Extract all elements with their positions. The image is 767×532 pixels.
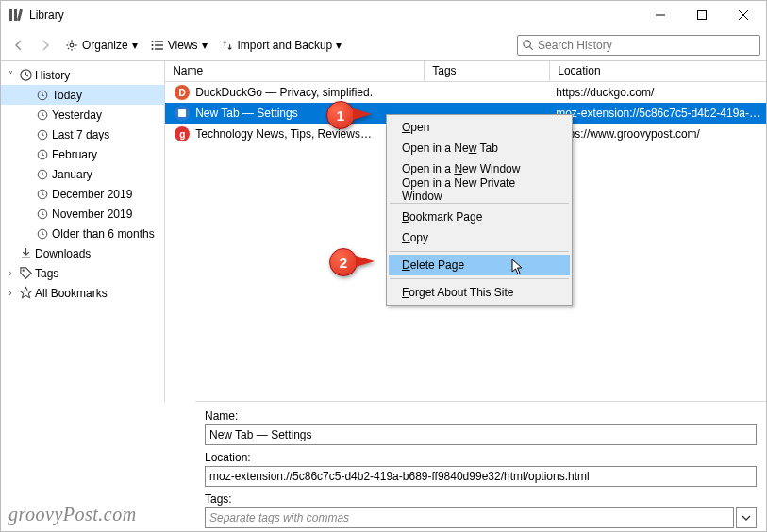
clock-icon [35,226,50,241]
row-location: moz-extension://5c86c7c5-d4b2-419a-… [550,107,766,120]
cm-forget[interactable]: Forget About This Site [389,282,570,303]
sidebar-label: February [52,148,97,161]
column-headers: Name Tags Location [165,61,766,82]
name-label: Name: [205,409,757,423]
separator [390,278,569,279]
history-row[interactable]: DDuckDuckGo — Privacy, simplified. https… [165,82,766,103]
search-history-box[interactable] [517,35,760,56]
body: ˅ History Today Yesterday Last 7 days Fe… [1,61,766,402]
download-icon [18,246,33,261]
sidebar-label: Older than 6 months [52,227,155,241]
sidebar-label: Today [52,89,82,102]
clock-icon [35,167,50,182]
cm-open[interactable]: Open [389,117,570,138]
sidebar-item-february[interactable]: February [1,144,164,164]
chevron-down-icon: ▾ [336,39,342,52]
cm-copy[interactable]: Copy [389,227,570,248]
context-menu: Open Open in a New Tab Open in a New Win… [386,114,573,306]
clock-icon [35,127,50,142]
star-icon [18,286,33,301]
cm-bookmark[interactable]: Bookmark Page [389,207,570,227]
toolbar: Organize ▾ Views ▾ Import and Backup ▾ [1,29,766,61]
svg-rect-0 [9,9,12,21]
sidebar-item-nov2019[interactable]: November 2019 [1,204,164,224]
sidebar-label: Tags [35,267,58,280]
column-location[interactable]: Location [550,61,766,81]
column-name[interactable]: Name [165,61,425,81]
favicon: g [175,126,190,141]
svg-line-14 [75,41,75,42]
organize-menu[interactable]: Organize ▾ [59,33,143,58]
sidebar-item-yesterday[interactable]: Yesterday [1,105,164,125]
sidebar-item-january[interactable]: January [1,164,164,184]
sidebar-item-dec2019[interactable]: December 2019 [1,184,164,204]
gear-icon [65,39,78,52]
cm-delete-page[interactable]: Delete Page [389,255,570,275]
import-backup-menu[interactable]: Import and Backup ▾ [215,33,348,58]
column-tags[interactable]: Tags [425,61,550,81]
svg-point-20 [151,44,153,46]
sidebar-item-downloads[interactable]: Downloads [1,243,164,263]
svg-point-19 [151,41,153,42]
details-panel: Name: Location: Tags: [195,401,766,531]
sidebar-item-all-bookmarks[interactable]: › All Bookmarks [1,283,164,303]
sidebar-label: Yesterday [52,108,102,122]
close-button[interactable] [723,2,764,28]
location-label: Location: [205,451,757,464]
sidebar-item-last7days[interactable]: Last 7 days [1,125,164,144]
chevron-right-icon[interactable]: › [5,288,16,298]
views-menu[interactable]: Views ▾ [145,33,213,58]
svg-rect-2 [17,8,23,20]
cm-open-new-tab[interactable]: Open in a New Tab [389,138,570,158]
sidebar-item-history[interactable]: ˅ History [1,65,164,85]
firefox-library-icon [8,8,24,23]
svg-line-13 [75,47,75,48]
separator [390,251,569,252]
sidebar: ˅ History Today Yesterday Last 7 days Fe… [1,61,165,402]
cursor-icon [511,258,525,275]
views-label: Views [168,39,198,52]
window-controls [640,2,764,28]
row-location: https://www.groovypost.com/ [550,127,766,141]
chevron-down-icon: ▾ [132,39,138,52]
window-title: Library [29,8,640,22]
cm-open-private[interactable]: Open in a New Private Window [389,179,570,200]
tags-label: Tags: [205,492,757,506]
chevron-down-icon[interactable]: ˅ [5,70,16,80]
location-field[interactable] [205,466,757,487]
maximize-button[interactable] [681,2,723,28]
tags-field[interactable] [205,507,734,528]
name-field[interactable] [205,424,757,445]
minimize-button[interactable] [640,2,681,28]
sidebar-label: Last 7 days [52,128,109,141]
import-backup-label: Import and Backup [238,39,333,52]
sidebar-label: December 2019 [52,188,132,201]
svg-point-7 [70,43,74,47]
sidebar-item-tags[interactable]: › Tags [1,263,164,283]
back-button[interactable] [7,33,31,58]
clock-icon [35,108,50,123]
list-icon [151,39,164,52]
chevron-right-icon[interactable]: › [5,268,16,278]
svg-rect-35 [178,109,186,117]
svg-point-34 [22,270,24,272]
titlebar: Library [1,1,766,29]
organize-label: Organize [82,39,128,52]
chevron-down-icon: ▾ [202,39,208,52]
callout-1: 1 [325,99,357,131]
sidebar-label: November 2019 [52,208,132,221]
clock-icon [18,68,33,83]
svg-line-15 [68,47,69,48]
sidebar-label: January [52,168,92,181]
import-export-icon [221,39,234,52]
callout-2: 2 [327,246,359,278]
separator [390,203,569,204]
svg-point-21 [151,48,153,50]
sidebar-item-older[interactable]: Older than 6 months [1,224,164,243]
favicon: D [175,85,190,100]
forward-button[interactable] [33,33,58,58]
sidebar-item-today[interactable]: Today [1,85,164,105]
tags-dropdown-button[interactable] [736,507,757,528]
search-icon [522,39,534,51]
search-input[interactable] [538,39,756,52]
